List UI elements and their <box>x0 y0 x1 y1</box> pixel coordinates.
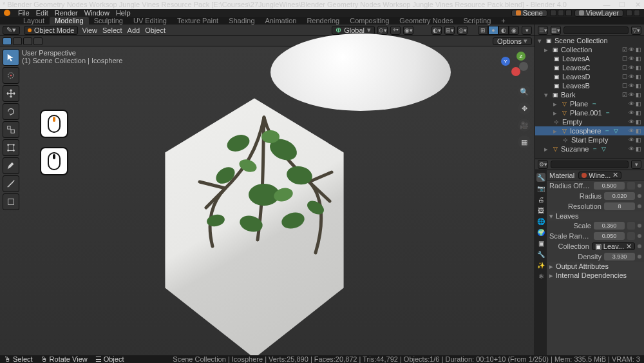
props-tabs: 🔧 📷 🖨 🖼 🌐 🌍 ▣ 🔧 ✨ ⚛ <box>535 170 547 363</box>
tab-uv[interactable]: UV Editing <box>128 17 172 25</box>
tool-addcube[interactable] <box>3 193 19 210</box>
pivot-button[interactable]: ⊙▾ <box>377 26 388 35</box>
mouse-hints <box>40 110 68 175</box>
tab-scripting[interactable]: Scripting <box>458 17 496 25</box>
props-options[interactable]: ▾ <box>631 160 641 169</box>
main-menubar: File Edit Render Window Help Scene ViewL… <box>0 9 644 17</box>
prop-tab-output[interactable]: 🖨 <box>536 195 545 204</box>
nav-ortho[interactable]: ▦ <box>518 135 531 148</box>
prop-density: Density3.930 <box>547 251 644 262</box>
scene-selector[interactable]: Scene <box>511 10 547 17</box>
outliner-row-leaves-b: ▣LeavesB☐👁◧ <box>535 81 644 90</box>
prop-tab-render[interactable]: 📷 <box>536 184 545 193</box>
menu-help[interactable]: Help <box>116 9 131 17</box>
panel-output-attrs[interactable]: ▸Output Attributes <box>547 262 644 271</box>
status-stats: Scene Collection | Icosphere | Verts:25,… <box>173 355 640 363</box>
prop-tab-particles[interactable]: ✨ <box>536 260 545 270</box>
close-button[interactable]: ✕ <box>634 1 641 9</box>
nav-sidebar: 🔍 ✥ 🎥 ▦ <box>518 85 531 148</box>
selmode-2[interactable] <box>13 37 22 45</box>
window-title: * Blender Geometry Nodes Worksop Jungle … <box>3 1 567 8</box>
prop-tab-physics[interactable]: ⚛ <box>536 271 545 280</box>
material-chip[interactable]: Wine...✕ <box>578 172 621 179</box>
outliner-row-plane: ▸▽Plane⎓👁◧ <box>535 99 644 108</box>
tool-select[interactable] <box>3 49 19 66</box>
maximize-button[interactable]: ☐ <box>618 1 626 9</box>
menu-window[interactable]: Window <box>84 9 109 17</box>
tab-compositing[interactable]: Compositing <box>345 17 394 25</box>
shading-render[interactable]: ◉ <box>509 26 519 35</box>
tab-add[interactable]: + <box>496 17 510 25</box>
shading-wire[interactable]: ⊞ <box>478 26 488 35</box>
tab-animation[interactable]: Animation <box>260 17 302 25</box>
workspace-tabs: Layout Modeling Sculpting UV Editing Tex… <box>0 17 644 25</box>
tab-rendering[interactable]: Rendering <box>301 17 345 25</box>
nav-camera[interactable]: 🎥 <box>518 119 531 132</box>
prop-tab-modifier[interactable]: 🔧 <box>536 250 545 259</box>
props-search[interactable] <box>551 161 629 168</box>
tab-sculpting[interactable]: Sculpting <box>89 17 128 25</box>
viewport-3d[interactable]: User Perspective (1) Scene Collection | … <box>0 46 535 363</box>
axis-neg[interactable] <box>519 62 528 71</box>
menu-view[interactable]: View <box>82 26 97 34</box>
panel-internal-deps[interactable]: ▸Internal Dependencies <box>547 271 644 280</box>
axis-z[interactable]: Z <box>516 52 526 61</box>
tool-scale[interactable] <box>3 121 19 138</box>
tab-texture[interactable]: Texture Paint <box>172 17 223 25</box>
prop-tab-world[interactable]: 🌍 <box>536 228 545 237</box>
tool-move[interactable] <box>3 85 19 102</box>
prop-tab-viewlayer[interactable]: 🖼 <box>536 206 545 215</box>
close-icon[interactable]: ✕ <box>612 171 618 179</box>
svg-rect-22 <box>8 199 14 205</box>
outliner-display[interactable]: ▤▾ <box>551 26 561 35</box>
outliner-search[interactable] <box>564 26 629 34</box>
shading-matprev[interactable]: ◐ <box>498 26 509 35</box>
menu-object[interactable]: Object <box>145 26 166 34</box>
minimize-button[interactable]: — <box>603 1 611 9</box>
link-icon[interactable] <box>627 182 635 190</box>
outliner-row-collection: ▸▣Collection☑👁◧ <box>535 45 644 54</box>
gizmo-toggle[interactable]: ◐▾ <box>431 26 442 35</box>
snap-button[interactable]: ⌖▾ <box>390 26 401 35</box>
menu-file[interactable]: File <box>18 9 30 17</box>
selmode-4[interactable] <box>33 37 43 45</box>
tab-layout[interactable]: Layout <box>18 17 50 25</box>
outliner-type[interactable]: ☰▾ <box>538 26 548 35</box>
tool-annotate[interactable] <box>3 157 19 174</box>
nav-gizmo[interactable]: Z Y <box>498 52 528 81</box>
nav-pan[interactable]: ✥ <box>518 102 531 115</box>
tool-cursor[interactable] <box>3 67 19 84</box>
outliner-row-suzanne: ▸▽Suzanne⎓▽👁◧ <box>535 144 644 153</box>
editor-type-dropdown[interactable]: ✎▾ <box>3 26 20 35</box>
proportional-button[interactable]: ◉▾ <box>403 26 413 35</box>
menu-render[interactable]: Render <box>55 9 78 17</box>
prop-tab-object[interactable]: ▣ <box>536 239 545 248</box>
axis-y[interactable]: Y <box>501 57 510 66</box>
shading-dropdown[interactable]: ▾ <box>522 26 532 35</box>
outliner[interactable]: ▾▣Scene Collection ▸▣Collection☑👁◧ ▣Leav… <box>535 36 644 159</box>
tool-measure[interactable] <box>3 175 19 192</box>
outliner-row-icosphere[interactable]: ▸▽Icosphere⎓▽👁◧ <box>535 126 644 135</box>
tab-geonodes[interactable]: Geometry Nodes <box>394 17 458 25</box>
menu-edit[interactable]: Edit <box>36 9 48 17</box>
mode-dropdown[interactable]: Object Mode <box>24 26 78 35</box>
tab-shading[interactable]: Shading <box>223 17 260 25</box>
outliner-filter[interactable]: ▽▾ <box>631 26 641 35</box>
xray-toggle[interactable]: ◎▾ <box>457 26 468 35</box>
overlays-toggle[interactable]: ⊞▾ <box>444 26 455 35</box>
tool-transform[interactable] <box>3 139 19 156</box>
tool-rotate[interactable] <box>3 103 19 120</box>
tab-modeling[interactable]: Modeling <box>50 17 89 25</box>
viewlayer-selector[interactable]: ViewLayer <box>574 10 623 17</box>
panel-leaves[interactable]: ▾Leaves <box>547 211 644 221</box>
selmode-3[interactable] <box>23 37 32 45</box>
prop-tab-scene[interactable]: 🌐 <box>536 217 545 226</box>
options-dropdown[interactable]: Options ▾ <box>493 37 532 45</box>
prop-tab-tool[interactable]: 🔧 <box>536 173 545 182</box>
selmode-1[interactable] <box>3 37 12 45</box>
menu-select[interactable]: Select <box>102 26 122 34</box>
nav-zoom[interactable]: 🔍 <box>518 85 531 98</box>
props-type[interactable]: ⚙▾ <box>538 160 548 169</box>
menu-add[interactable]: Add <box>128 26 140 34</box>
shading-solid[interactable]: ● <box>488 26 498 35</box>
